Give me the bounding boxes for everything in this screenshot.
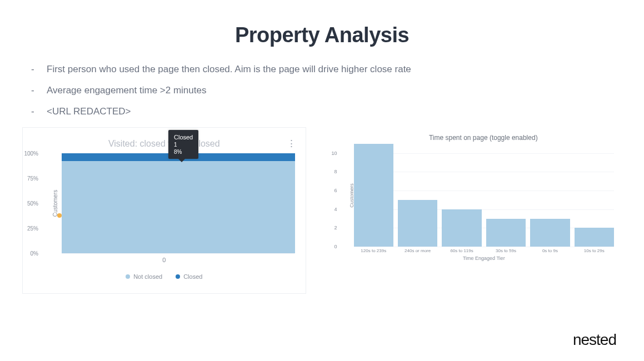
x-tick-label: 120s to 239s [354,248,393,253]
bar [530,219,570,247]
bullet-dash: - [31,85,47,96]
chart-plot-area: Customers 0%25%50%75%100% [62,153,294,253]
bullet-text: First person who used the page then clos… [47,64,411,75]
y-axis-label: Customers [52,190,58,217]
legend-label: Closed [183,273,202,280]
chart-title: Time spent on page (toggle enabled) [353,134,614,142]
y-tick-label: 0 [335,244,337,249]
legend-swatch [126,274,130,279]
bullet-item: - First person who used the page then cl… [31,64,644,75]
page-title: Property Analysis [0,23,644,47]
y-tick-label: 2 [335,225,337,230]
x-axis-label: Time Engaged Tier [354,255,614,261]
x-tick-label: 10s to 29s [575,248,614,253]
legend-label: Not closed [133,273,162,280]
bar [486,219,526,247]
x-tick-label: 0 [34,257,294,263]
y-tick-label: 25% [27,225,38,232]
y-tick-label: 50% [27,200,38,207]
bar [575,228,614,247]
kebab-menu-icon[interactable]: ⋮ [287,138,296,149]
x-tick-label: 60s to 119s [442,248,481,253]
bar [442,209,481,247]
y-tick-label: 100% [24,151,38,157]
tooltip-percent: 8% [174,148,193,156]
legend-item-not-closed: Not closed [126,273,162,280]
brand-logo: nested [573,331,616,349]
y-tick-label: 75% [27,176,38,182]
bullet-text: Average engagement time >2 minutes [47,85,206,96]
bullet-list: - First person who used the page then cl… [31,64,644,117]
stacked-bar [62,153,295,253]
chart-plot-area: Customers 0246810 [354,144,614,247]
chart-time-spent: Time spent on page (toggle enabled) Cust… [323,127,622,260]
y-tick-label: 8 [335,169,337,174]
tooltip-count: 1 [174,141,193,148]
bullet-dash: - [31,106,47,117]
y-tick-label: 10 [332,151,337,156]
y-tick-label: 4 [335,207,337,212]
bullet-text: <URL REDACTED> [47,106,131,117]
bullet-dash: - [31,64,47,75]
tooltip-series: Closed [174,133,193,141]
legend-swatch [176,274,180,279]
bar-segment-not-closed [62,161,295,253]
chart-legend: Not closed Closed [34,273,294,280]
y-tick-label: 0% [31,250,38,257]
x-tick-label: 0s to 9s [530,248,570,253]
bar [398,200,437,247]
chart-title: Visited: closed vs not closed [34,139,294,149]
chart-tooltip: Closed 1 8% [168,130,198,159]
y-tick-label: 6 [335,188,337,193]
bullet-item: - Average engagement time >2 minutes [31,85,644,96]
chart-visited-closed: Visited: closed vs not closed ⋮ Closed 1… [22,127,306,294]
legend-item-closed: Closed [176,273,202,280]
x-tick-label: 30s to 59s [486,248,526,253]
x-tick-label: 240s or more [398,248,437,253]
bullet-item: - <URL REDACTED> [31,106,644,117]
bar [354,144,393,247]
